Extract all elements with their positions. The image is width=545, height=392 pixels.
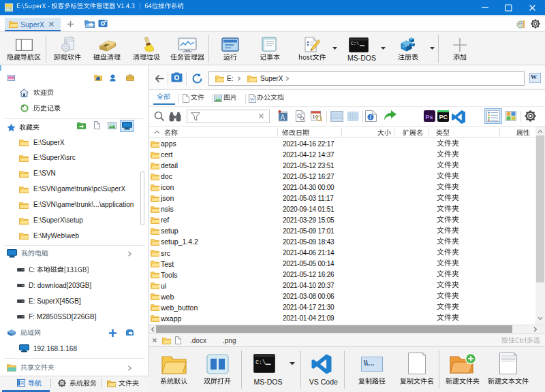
svg-text:C:\: C:\ xyxy=(255,359,266,366)
svg-text:C:\: C:\ xyxy=(351,42,359,46)
svg-text:Ps: Ps xyxy=(426,114,433,120)
svg-text:PC: PC xyxy=(439,114,448,120)
svg-text:W: W xyxy=(250,97,255,102)
svg-text:A: A xyxy=(281,114,285,121)
